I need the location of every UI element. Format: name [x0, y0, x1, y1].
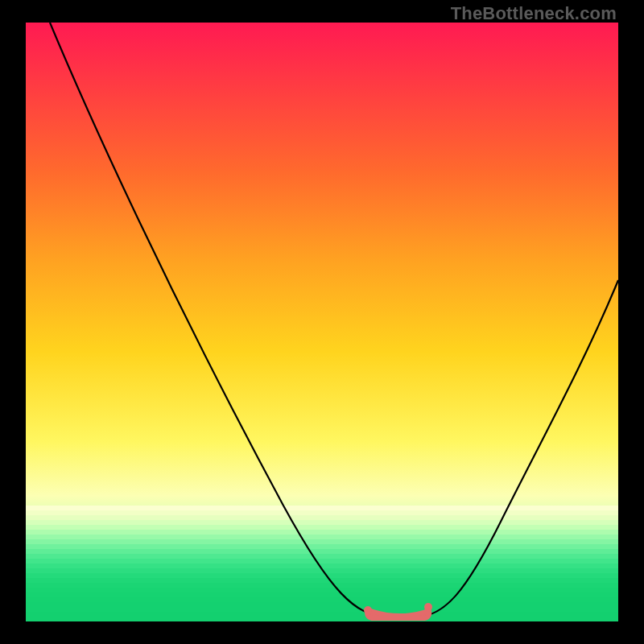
curve-path: [50, 23, 618, 617]
optimal-flat-marker: [367, 609, 429, 618]
marker-dot-right: [424, 603, 432, 611]
plot-frame: [26, 23, 618, 621]
marker-dot-left: [364, 606, 372, 614]
bottleneck-curve: [26, 23, 618, 621]
watermark-text: TheBottleneck.com: [451, 3, 617, 24]
